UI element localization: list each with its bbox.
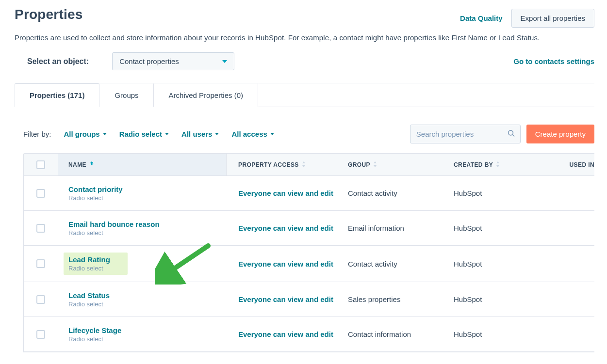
filter-groups-label: All groups [64, 130, 100, 138]
tab-archived[interactable]: Archived Properties (0) [154, 83, 258, 107]
export-all-button[interactable]: Export all properties [511, 9, 594, 28]
property-access-link[interactable]: Everyone can view and edit [238, 295, 333, 303]
group-cell: Email information [348, 224, 404, 232]
row-checkbox[interactable] [36, 295, 45, 304]
property-access-link[interactable]: Everyone can view and edit [238, 189, 333, 197]
property-name-link[interactable]: Contact priority [68, 185, 123, 193]
svg-point-0 [508, 130, 513, 135]
properties-table: NAME PROPERTY ACCESS GROUP CREATED BY US… [23, 153, 594, 352]
tab-groups[interactable]: Groups [99, 83, 153, 107]
filter-access[interactable]: All access [231, 130, 274, 138]
table-row: Email hard bounce reason Radio select Ev… [24, 211, 594, 246]
annotation-arrow-icon [155, 241, 213, 286]
property-name-link[interactable]: Lead Rating [68, 255, 110, 264]
table-row: Lead Rating Radio select Everyone can vi… [24, 246, 594, 282]
table-row: Lead Status Radio select Everyone can vi… [24, 282, 594, 317]
filter-type-label: Radio select [119, 130, 162, 138]
filter-users-label: All users [181, 130, 212, 138]
contacts-settings-link[interactable]: Go to contacts settings [513, 57, 594, 65]
caret-down-icon [222, 60, 227, 63]
group-cell: Contact information [348, 330, 411, 338]
sort-icon [496, 161, 500, 169]
table-row: Lifecycle Stage Radio select Everyone ca… [24, 317, 594, 352]
caret-down-icon [270, 133, 274, 135]
col-group-header[interactable]: GROUP [348, 161, 370, 168]
property-access-link[interactable]: Everyone can view and edit [238, 224, 333, 232]
table-row: Contact priority Radio select Everyone c… [24, 176, 594, 211]
group-cell: Contact activity [348, 260, 397, 268]
table-header: NAME PROPERTY ACCESS GROUP CREATED BY US… [24, 154, 594, 176]
col-name-header[interactable]: NAME [68, 161, 86, 168]
page-title: Properties [15, 7, 83, 22]
group-cell: Contact activity [348, 189, 397, 197]
filter-access-label: All access [231, 130, 267, 138]
sort-icon [302, 161, 306, 169]
select-object-label: Select an object: [27, 57, 89, 66]
property-type-label: Radio select [68, 229, 160, 237]
col-access-header[interactable]: PROPERTY ACCESS [238, 161, 299, 168]
svg-line-2 [164, 246, 208, 276]
tab-properties[interactable]: Properties (171) [15, 83, 99, 107]
row-checkbox[interactable] [36, 330, 45, 339]
page-subtitle: Properties are used to collect and store… [15, 33, 594, 42]
created-by-cell: HubSpot [454, 224, 482, 232]
property-type-label: Radio select [68, 265, 110, 272]
caret-down-icon [103, 133, 107, 135]
property-name-link[interactable]: Email hard bounce reason [68, 220, 160, 228]
sort-asc-icon [89, 161, 94, 169]
create-property-button[interactable]: Create property [526, 125, 594, 143]
property-type-label: Radio select [68, 194, 123, 202]
property-access-link[interactable]: Everyone can view and edit [238, 260, 333, 268]
filter-type[interactable]: Radio select [119, 130, 169, 138]
created-by-cell: HubSpot [454, 295, 482, 303]
col-created-header[interactable]: CREATED BY [454, 161, 493, 168]
row-checkbox[interactable] [36, 189, 45, 198]
row-checkbox[interactable] [36, 259, 45, 268]
tabs: Properties (171) Groups Archived Propert… [15, 83, 594, 107]
property-name-link[interactable]: Lifecycle Stage [68, 326, 121, 334]
filter-by-label: Filter by: [23, 130, 51, 138]
group-cell: Sales properties [348, 295, 400, 303]
data-quality-link[interactable]: Data Quality [460, 14, 503, 22]
created-by-cell: HubSpot [454, 189, 482, 197]
sort-icon [373, 161, 377, 169]
search-input[interactable] [410, 125, 521, 143]
object-select[interactable]: Contact properties [112, 52, 234, 70]
svg-line-1 [512, 134, 514, 136]
caret-down-icon [215, 133, 219, 135]
property-type-label: Radio select [68, 301, 110, 308]
created-by-cell: HubSpot [454, 260, 482, 268]
object-select-value: Contact properties [119, 57, 179, 65]
filter-groups[interactable]: All groups [64, 130, 107, 138]
property-type-label: Radio select [68, 335, 121, 343]
property-access-link[interactable]: Everyone can view and edit [238, 330, 333, 338]
property-name-link[interactable]: Lead Status [68, 291, 110, 300]
select-all-checkbox[interactable] [36, 160, 45, 169]
col-used-header[interactable]: USED IN [570, 161, 594, 168]
created-by-cell: HubSpot [454, 330, 482, 338]
row-checkbox[interactable] [36, 224, 45, 233]
caret-down-icon [165, 133, 169, 135]
filter-users[interactable]: All users [181, 130, 219, 138]
search-icon [507, 129, 516, 139]
